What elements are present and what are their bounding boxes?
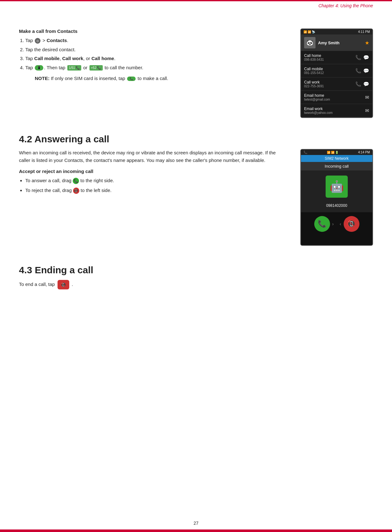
page-number: 27 — [193, 521, 199, 526]
bottom-red-bar — [0, 529, 392, 532]
incoming-status-icons: 📶 📶 🔋 — [327, 151, 339, 154]
contact-header: 🐼 Amy Smith ★ — [301, 34, 372, 51]
item-label-emailhome: Email home — [304, 93, 330, 98]
section-43: 4.3 Ending a call To end a call, tap 📵 . — [19, 265, 373, 289]
incoming-buttons: 📞 📵 — [301, 212, 372, 236]
phone-icon-callwork: 📞 — [355, 81, 361, 87]
chapter-header: Chapter 4: Using the Phone — [318, 3, 373, 8]
incoming-avatar-area: 🤖 — [301, 170, 372, 201]
make-call-section: Make a call from Contacts Tap ⊙ > Contac… — [19, 28, 373, 118]
phone-icon-callhome: 📞 — [355, 55, 361, 60]
incoming-time: 4:14 PM — [358, 151, 370, 154]
android-avatar: 🤖 — [326, 176, 348, 198]
note-label: NOTE: — [35, 76, 50, 81]
status-time: 4:11 PM — [358, 30, 370, 34]
make-call-title: Make a call from Contacts — [19, 28, 288, 34]
contacts-screenshot: 📶 📶 📡 4:11 PM 🐼 Amy Smith ★ Call home 09… — [300, 28, 373, 118]
status-icons-left: 📶 📶 📡 — [303, 30, 315, 34]
section-42-title: 4.2 Answering a call — [19, 134, 373, 145]
phone-call-icon: 📞 — [127, 77, 136, 81]
step-1: Tap ⊙ > Contacts. — [25, 37, 288, 44]
section-43-text-before: To end a call, tap — [19, 281, 56, 287]
contact-item-callwork: Call work 022-755-3691 📞 💬 — [301, 77, 372, 91]
reject-drag-icon: 📵 — [73, 188, 79, 194]
step-3: Tap Call mobile, Call work, or Call home… — [25, 55, 288, 62]
make-call-steps: Tap ⊙ > Contacts. Tap the desired contac… — [25, 37, 288, 71]
note-text2: to make a call. — [138, 76, 168, 81]
item-label-callhome: Call home — [304, 53, 324, 58]
item-label-emailwork: Email work — [304, 107, 333, 111]
answer-drag-icon: 📞 — [73, 178, 79, 184]
section-43-body: To end a call, tap 📵 . — [19, 280, 373, 289]
bullet-reject: To reject the call, drag 📵 to the left s… — [25, 187, 288, 194]
item-email-emailhome: twtest@gmail.com — [304, 98, 330, 101]
incoming-status-bar: 📞 📶 📶 🔋 4:14 PM — [301, 150, 372, 155]
contact-item-emailhome: Email home twtest@gmail.com ✉ — [301, 91, 372, 104]
incoming-number: 0981402000 — [301, 201, 372, 212]
item-number-callmobile: 091-155-5412 — [304, 71, 324, 75]
contact-avatar: 🐼 — [304, 37, 315, 48]
incoming-bottom — [301, 236, 372, 245]
accept-reject-list: To answer a call, drag 📞 to the right si… — [25, 177, 288, 194]
note-indent: NOTE: If only one SIM card is inserted, … — [35, 76, 168, 81]
top-red-line — [0, 0, 392, 1]
contacts-icon: ⊙ — [35, 38, 40, 44]
item-email-emailwork: twwork@yahoo.com — [304, 111, 333, 114]
contact-item-callhome: Call home 098-838-5431 📞 💬 — [301, 51, 372, 64]
email-icon-emailwork: ✉ — [365, 108, 369, 114]
incoming-phone-icon: 📞 — [303, 151, 307, 154]
contact-name: Amy Smith — [318, 40, 362, 45]
reject-button[interactable]: 📵 — [344, 216, 359, 232]
item-number-callhome: 098-838-5431 — [304, 58, 324, 61]
step-4: Tap 📱. Then tap 1/51 📞 or +52 📞 to call … — [25, 64, 288, 71]
phone-icon-callmobile: 📞 — [355, 68, 361, 74]
section-43-title: 4.3 Ending a call — [19, 265, 373, 275]
bullet-answer: To answer a call, drag 📞 to the right si… — [25, 177, 288, 184]
contact-item-callmobile: Call mobile 091-155-5412 📞 💬 — [301, 64, 372, 77]
wifi-icon: 📡 — [312, 30, 315, 34]
contact-item-emailwork: Email work twwork@yahoo.com ✉ — [301, 104, 372, 117]
sim1-button: 1/51 📞 — [67, 65, 81, 71]
note-block: NOTE: If only one SIM card is inserted, … — [19, 76, 288, 81]
signal-icon: 📶 — [303, 30, 307, 34]
msg-icon-callhome: 💬 — [363, 55, 369, 60]
section-42-content: When an incoming call is received, the d… — [19, 149, 373, 246]
section-42-body: When an incoming call is received, the d… — [19, 149, 288, 164]
sim2-button: +52 📞 — [89, 65, 103, 71]
answer-button[interactable]: 📞 — [314, 216, 330, 232]
step-2: Tap the desired contact. — [25, 46, 288, 53]
phone-green-icon: 📱 — [35, 65, 43, 71]
item-label-callwork: Call work — [304, 80, 324, 84]
end-call-icon: 📵 — [58, 280, 69, 289]
make-call-text: Make a call from Contacts Tap ⊙ > Contac… — [19, 28, 288, 118]
incoming-left-icons: 📞 — [303, 151, 307, 154]
email-icon-emailhome: ✉ — [365, 95, 369, 100]
note-text: If only one SIM card is inserted, tap — [51, 76, 126, 81]
favorite-star: ★ — [365, 40, 369, 46]
incoming-screenshot: 📞 📶 📶 🔋 4:14 PM SIM2 Network Incoming ca… — [300, 149, 373, 246]
section-42: 4.2 Answering a call When an incoming ca… — [19, 134, 373, 246]
signal-icon2: 📶 — [308, 30, 311, 34]
accept-reject-title: Accept or reject an incoming call — [19, 169, 288, 174]
sim-label: SIM2 Network — [301, 155, 372, 162]
msg-icon-callmobile: 💬 — [363, 68, 369, 74]
msg-icon-callwork: 💬 — [363, 81, 369, 87]
section-43-text-after: . — [72, 281, 73, 287]
item-number-callwork: 022-755-3691 — [304, 84, 324, 88]
incoming-signal2: 📶 — [331, 151, 334, 154]
incoming-signal: 📶 — [327, 151, 330, 154]
section-42-text: When an incoming call is received, the d… — [19, 149, 288, 246]
status-bar: 📶 📶 📡 4:11 PM — [301, 29, 372, 34]
incoming-call-label: Incoming call — [301, 162, 372, 170]
item-label-callmobile: Call mobile — [304, 67, 324, 71]
incoming-battery: 🔋 — [335, 151, 339, 154]
